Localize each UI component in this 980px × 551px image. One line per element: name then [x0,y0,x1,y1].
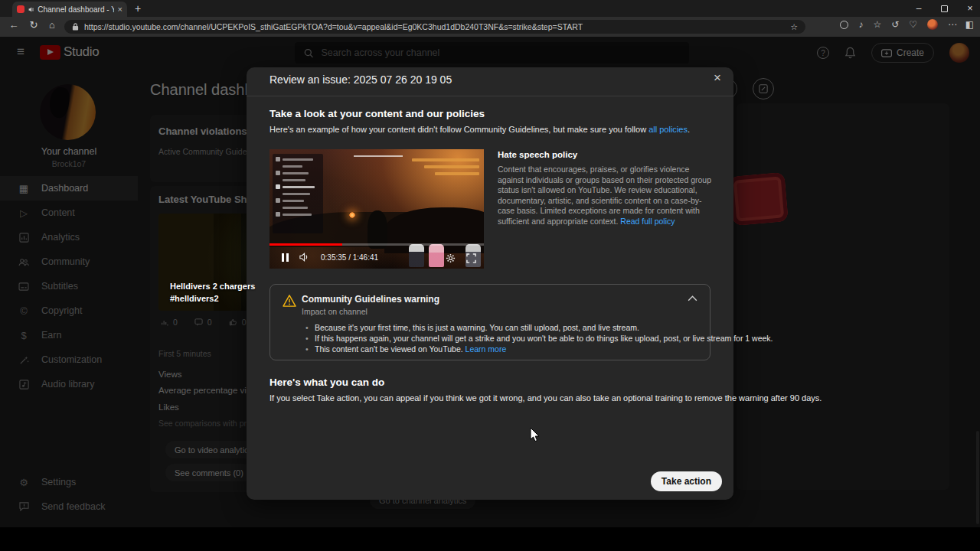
section-title: Take a look at your content and our poli… [270,108,485,119]
home-icon[interactable]: ⌂ [44,19,60,31]
window-minimize-button[interactable]: – [913,3,924,14]
game-hud-panel [273,154,323,233]
video-player[interactable]: 0:35:35 / 1:46:41 [270,149,484,269]
warning-bullet: If this happens again, your channel will… [305,334,773,344]
media-controls-icon[interactable]: ♪ [858,19,863,30]
warning-bullet: Because it's your first time, this is ju… [305,323,773,334]
screen: Channel dashboard - YouTu × + – × ← ↻ ⌂ … [0,0,980,551]
warning-subtitle: Impact on channel [302,307,368,316]
modal-divider [247,96,733,96]
read-full-policy-link[interactable]: Read full policy [620,217,675,226]
window-restore-button[interactable] [941,5,948,12]
policy-title: Hate speech policy [498,150,577,159]
modal-close-icon[interactable]: × [714,70,721,86]
tab-audio-speaker-icon[interactable] [28,6,34,13]
pause-icon[interactable] [282,253,289,262]
learn-more-link[interactable]: Learn more [466,344,507,354]
back-icon[interactable]: ← [6,19,21,31]
edge-sidebar-icon[interactable]: ◧ [965,19,974,30]
short-video-hashtag: #helldivers2 [170,294,219,303]
url-text[interactable]: https://studio.youtube.com/channel/UCPEK… [84,22,785,31]
browser-toolbar: ← ↻ ⌂ https://studio.youtube.com/channel… [0,17,980,37]
intro-suffix: . [688,125,690,134]
volume-icon[interactable] [299,253,310,262]
browser-menu-icon[interactable]: ⋯ [948,19,957,30]
refresh-icon[interactable]: ↻ [26,19,41,31]
game-progress-strip [354,155,403,157]
player-settings-gear-icon[interactable] [446,253,456,263]
browser-tab[interactable]: Channel dashboard - YouTu × [12,2,127,17]
policy-body: Content that encourages, praises, or glo… [498,165,712,227]
rewards-icon[interactable]: ♡ [909,19,917,30]
browser-extension-icon[interactable] [840,21,848,29]
modal-title: Review an issue: 2025 07 26 20 19 05 [270,73,452,86]
collections-icon[interactable]: ☆ [873,19,881,30]
screen-letterbox [0,527,980,551]
game-objective-text [412,158,479,179]
browser-tab-bar: Channel dashboard - YouTu × + – × [0,0,980,17]
intro-text-part: Here's an example of how your content di… [270,125,648,134]
warning-triangle-icon [283,295,296,307]
cando-title: Here's what you can do [270,377,384,388]
chevron-up-icon[interactable] [688,295,697,302]
all-policies-link[interactable]: all policies [648,125,688,134]
new-tab-button[interactable]: + [135,2,141,15]
browser-profile-avatar[interactable] [927,19,938,30]
lock-icon [72,23,79,31]
policy-body-text: Content that encourages, praises, or glo… [498,165,711,226]
intro-text: Here's an example of how your content di… [270,125,690,134]
youtube-studio-page: ≡ Studio ? Create Your channe [0,37,980,527]
address-bar[interactable]: https://studio.youtube.com/channel/UCPEK… [64,20,805,34]
review-issue-modal: Review an issue: 2025 07 26 20 19 05 × T… [247,67,733,500]
take-action-button[interactable]: Take action [651,471,722,491]
player-controls: 0:35:35 / 1:46:41 [270,246,484,269]
player-time: 0:35:35 / 1:46:41 [321,253,378,262]
video-flame [349,212,355,218]
warning-bullet-text: This content can't be viewed on YouTube. [315,344,466,354]
tab-title: Channel dashboard - YouTu [38,5,113,14]
window-close-button[interactable]: × [965,3,975,14]
history-icon[interactable]: ↺ [891,19,899,30]
tab-close-icon[interactable]: × [118,5,122,14]
fullscreen-icon[interactable] [466,253,476,263]
community-guidelines-warning-box: Community Guidelines warning Impact on c… [270,284,710,360]
warning-bullet: This content can't be viewed on YouTube.… [305,344,773,355]
warning-title: Community Guidelines warning [302,294,439,305]
youtube-favicon [17,5,24,13]
bookmark-star-icon[interactable]: ☆ [790,22,798,32]
mouse-cursor [530,427,541,443]
short-video-title: Helldivers 2 chargers [170,282,255,291]
warning-bullet-list: Because it's your first time, this is ju… [305,323,773,355]
cando-body: If you select Take action, you can appea… [270,393,721,403]
